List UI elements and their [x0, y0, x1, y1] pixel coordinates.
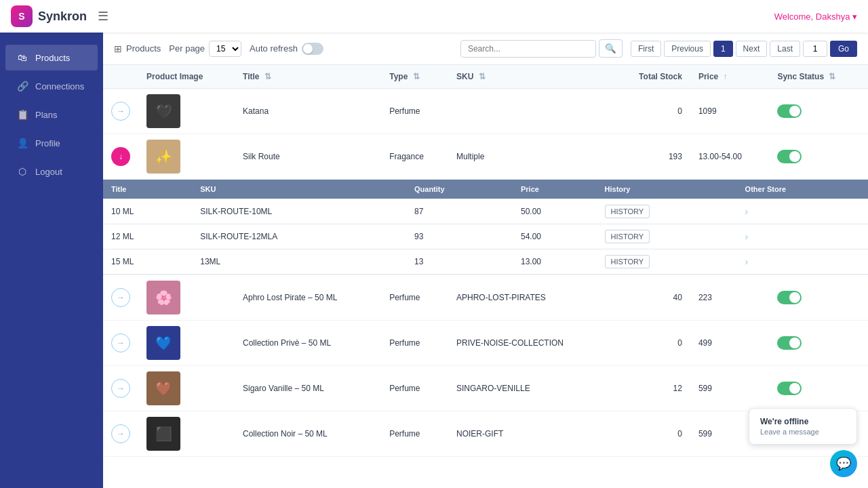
product-image: 🌸	[146, 281, 180, 314]
pagination-wrap: First Previous 1 Next Last Go	[631, 41, 857, 57]
other-store-arrow-icon[interactable]: ›	[745, 231, 749, 242]
product-image: 💙	[146, 326, 180, 360]
first-page-button[interactable]: First	[631, 41, 661, 57]
col-price[interactable]: Price ↑	[690, 65, 769, 89]
auto-refresh-toggle[interactable]	[302, 43, 323, 55]
sub-price: 50.00	[513, 199, 597, 224]
sync-toggle[interactable]	[777, 382, 802, 395]
toolbar: ⊞ Products Per page 10 15 25 50 Auto ref…	[103, 33, 868, 65]
sub-col-price: Price	[513, 180, 597, 199]
chat-button[interactable]: 💬	[830, 450, 857, 477]
sub-table-data-row: 15 ML 13ML 13 13.00 HISTORY ›	[103, 249, 868, 274]
auto-refresh-label: Auto refresh	[250, 43, 298, 54]
product-sku-cell: NOIER-GIFT	[448, 411, 612, 457]
sub-table-data-row: 12 ML SILK-ROUTE-12MLA 93 54.00 HISTORY …	[103, 224, 868, 249]
product-sku-cell: Multiple	[448, 134, 612, 180]
product-image-cell: 💙	[138, 321, 235, 366]
product-type-cell: Perfume	[381, 275, 448, 321]
sub-qty: 93	[406, 224, 513, 249]
sync-toggle[interactable]	[777, 150, 802, 163]
sync-toggle-knob	[789, 338, 800, 348]
product-sku-cell: SINGARO-VENILLE	[448, 366, 612, 411]
product-title-cell: Collection Privè – 50 ML	[235, 321, 381, 366]
sidebar-item-products[interactable]: 🛍 Products	[5, 45, 98, 70]
product-image-cell: 🌸	[138, 275, 235, 321]
history-button[interactable]: HISTORY	[605, 205, 650, 218]
chat-widget: We're offline Leave a message 💬	[749, 408, 857, 477]
last-page-button[interactable]: Last	[770, 41, 800, 57]
history-button[interactable]: HISTORY	[605, 230, 650, 243]
expand-btn[interactable]: →	[111, 288, 130, 307]
previous-page-button[interactable]: Previous	[664, 41, 711, 57]
sub-other-store: ›	[737, 249, 868, 274]
product-sync-cell	[769, 89, 868, 134]
table-row: →💙Collection Privè – 50 MLPerfumePRIVE-N…	[103, 321, 868, 366]
logo-wrap: S Synkron	[11, 5, 87, 27]
sub-col-history: History	[597, 180, 737, 199]
sync-toggle[interactable]	[777, 336, 802, 350]
next-page-button[interactable]: Next	[736, 41, 768, 57]
sub-sku: 13ML	[192, 249, 406, 274]
welcome-text[interactable]: Welcome, Dakshya ▾	[774, 12, 857, 22]
sync-toggle[interactable]	[777, 291, 802, 304]
table-row: →🤎Sigaro Vanille – 50 MLPerfumeSINGARO-V…	[103, 366, 868, 411]
topbar: S Synkron ☰ Welcome, Dakshya ▾	[0, 0, 868, 33]
expand-btn[interactable]: →	[111, 379, 130, 398]
expand-btn[interactable]: →	[111, 102, 130, 121]
per-page-select[interactable]: 10 15 25 50	[209, 41, 241, 57]
sync-toggle-knob	[789, 151, 800, 162]
sub-title: 15 ML	[103, 249, 192, 274]
page-jump-input[interactable]	[803, 41, 827, 57]
expand-btn[interactable]: →	[111, 424, 130, 443]
col-sku[interactable]: SKU ⇅	[448, 65, 612, 89]
sub-col-sku: SKU	[192, 180, 406, 199]
product-sync-cell	[769, 366, 868, 411]
sub-sku: SILK-ROUTE-12MLA	[192, 224, 406, 249]
search-button[interactable]: 🔍	[599, 39, 623, 58]
expand-btn[interactable]: ↓	[111, 147, 130, 166]
product-sku-cell: APHRO-LOST-PIRATES	[448, 275, 612, 321]
product-image: ⬛	[146, 417, 180, 451]
col-type[interactable]: Type ⇅	[381, 65, 448, 89]
product-type-cell: Fragance	[381, 134, 448, 180]
table-row: →🖤KatanaPerfume01099	[103, 89, 868, 134]
col-product-image: Product Image	[138, 65, 235, 89]
sub-title: 10 ML	[103, 199, 192, 224]
sidebar-item-profile[interactable]: 👤 Profile	[5, 130, 98, 156]
current-page-button[interactable]: 1	[713, 41, 733, 57]
hamburger-icon[interactable]: ☰	[98, 9, 108, 24]
other-store-arrow-icon[interactable]: ›	[745, 256, 749, 267]
sub-other-store: ›	[737, 199, 868, 224]
sidebar-item-plans[interactable]: 📋 Plans	[5, 102, 98, 127]
sync-toggle[interactable]	[777, 104, 802, 118]
product-image: ✨	[146, 140, 180, 174]
type-sort-icon: ⇅	[413, 72, 420, 81]
per-page-label: Per page	[169, 43, 205, 54]
toolbar-products-label-text: Products	[126, 43, 161, 54]
row-arrow-cell: →	[103, 89, 138, 134]
product-image-cell: 🤎	[138, 366, 235, 411]
row-arrow-cell: →	[103, 275, 138, 321]
sub-table-cell: TitleSKUQuantityPriceHistoryOther Store …	[103, 180, 868, 275]
row-arrow-cell: →	[103, 411, 138, 457]
sidebar-item-connections[interactable]: 🔗 Connections	[5, 73, 98, 99]
col-action	[103, 65, 138, 89]
logout-icon: ⬡	[16, 165, 28, 178]
col-sync-status: Sync Status ⇅	[769, 65, 868, 89]
product-type-cell: Perfume	[381, 321, 448, 366]
other-store-arrow-icon[interactable]: ›	[745, 206, 749, 217]
product-sync-cell	[769, 321, 868, 366]
product-title-cell: Silk Route	[235, 134, 381, 180]
expand-btn[interactable]: →	[111, 333, 130, 352]
col-title[interactable]: Title ⇅	[235, 65, 381, 89]
sidebar: 🛍 Products 🔗 Connections 📋 Plans 👤 Profi…	[0, 33, 103, 488]
sidebar-item-logout[interactable]: ⬡ Logout	[5, 159, 98, 184]
history-button[interactable]: HISTORY	[605, 255, 650, 268]
go-button[interactable]: Go	[830, 41, 857, 57]
product-sync-cell	[769, 275, 868, 321]
main-layout: 🛍 Products 🔗 Connections 📋 Plans 👤 Profi…	[0, 33, 868, 488]
search-input[interactable]	[460, 40, 596, 58]
title-sort-icon: ⇅	[264, 72, 271, 81]
logo-icon: S	[11, 5, 33, 27]
product-image: 🤎	[146, 371, 180, 405]
